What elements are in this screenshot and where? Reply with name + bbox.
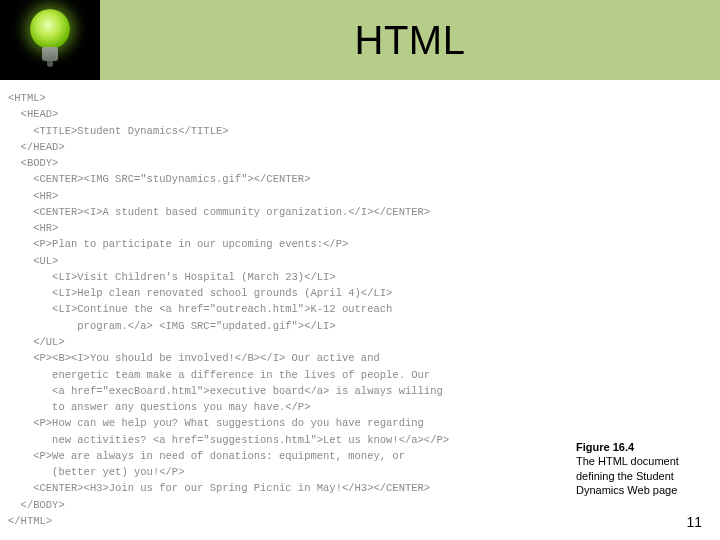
code-line: <a href="execBoard.html">executive board… <box>8 385 443 397</box>
code-line: <HEAD> <box>8 108 58 120</box>
code-line: <BODY> <box>8 157 58 169</box>
code-line: <UL> <box>8 255 58 267</box>
code-line: <HTML> <box>8 92 46 104</box>
code-line: <LI>Continue the <a href="outreach.html"… <box>8 303 392 315</box>
code-line: <LI>Help clean renovated school grounds … <box>8 287 392 299</box>
code-line: <LI>Visit Children's Hospital (March 23)… <box>8 271 336 283</box>
figure-number: Figure 16.4 <box>576 440 706 454</box>
code-line: to answer any questions you may have.</P… <box>8 401 310 413</box>
code-line: </HEAD> <box>8 141 65 153</box>
slide-header: HTML <box>0 0 720 80</box>
code-line: <P><B><I>You should be involved!</B></I>… <box>8 352 380 364</box>
slide-title: HTML <box>355 18 466 63</box>
code-line: <HR> <box>8 222 58 234</box>
header-logo-panel <box>0 0 100 80</box>
code-line: program.</a> <IMG SRC="updated.gif"></LI… <box>8 320 336 332</box>
figure-caption-text: The HTML document defining the Student D… <box>576 455 679 496</box>
code-line: <CENTER><I>A student based community org… <box>8 206 430 218</box>
code-line: (better yet) you!</P> <box>8 466 184 478</box>
code-line: </UL> <box>8 336 65 348</box>
code-line: <HR> <box>8 190 58 202</box>
code-line: new activities? <a href="suggestions.htm… <box>8 434 449 446</box>
code-line: <P>We are always in need of donations: e… <box>8 450 405 462</box>
code-line: </BODY> <box>8 499 65 511</box>
lightbulb-icon <box>29 9 71 71</box>
code-line: energetic team make a difference in the … <box>8 369 430 381</box>
code-line: <CENTER><IMG SRC="stuDynamics.gif"></CEN… <box>8 173 310 185</box>
code-line: </HTML> <box>8 515 52 527</box>
figure-caption: Figure 16.4 The HTML document defining t… <box>576 440 706 497</box>
code-line: <CENTER><H3>Join us for our Spring Picni… <box>8 482 430 494</box>
code-line: <P>How can we help you? What suggestions… <box>8 417 424 429</box>
code-line: <TITLE>Student Dynamics</TITLE> <box>8 125 229 137</box>
page-number: 11 <box>686 514 702 530</box>
code-line: <P>Plan to participate in our upcoming e… <box>8 238 348 250</box>
header-title-panel: HTML <box>100 0 720 80</box>
